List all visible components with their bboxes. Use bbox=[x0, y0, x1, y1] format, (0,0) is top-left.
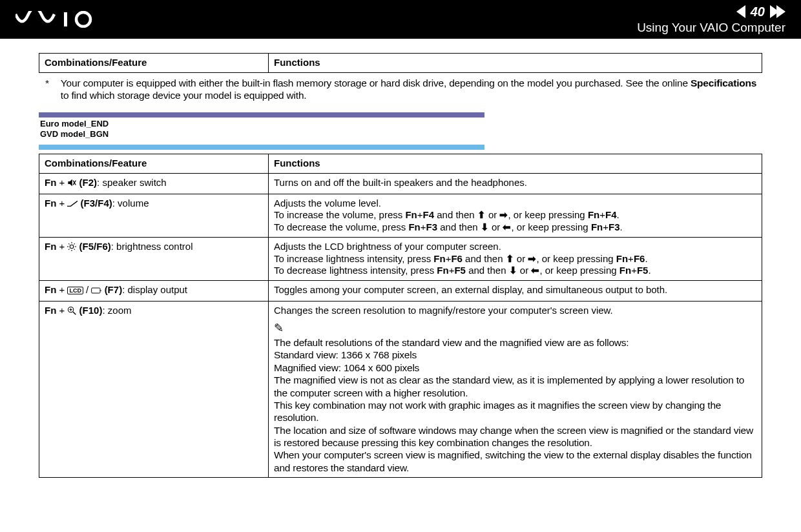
top-table: Combinations/Feature Functions bbox=[39, 53, 762, 73]
zoom-icon bbox=[67, 306, 76, 318]
left-arrow-icon: ⬅ bbox=[531, 265, 539, 276]
svg-rect-0 bbox=[64, 12, 67, 26]
kbd: F3 bbox=[609, 221, 620, 232]
vaio-logo-svg bbox=[16, 11, 99, 28]
func-f10: Changes the screen resolution to magnify… bbox=[269, 301, 762, 477]
kbd: F4 bbox=[423, 209, 435, 220]
func-f5f6: Adjusts the LCD brightness of your compu… bbox=[269, 237, 762, 280]
feature-f7: Fn + LCD / (F7): display output bbox=[39, 281, 269, 302]
kbd-fn: Fn bbox=[45, 198, 56, 209]
footnote-text-b: Specifications bbox=[691, 77, 756, 88]
kbd: F5 bbox=[454, 265, 466, 276]
text: , or keep pressing bbox=[508, 209, 587, 220]
text: + bbox=[421, 221, 426, 232]
text: , or keep pressing bbox=[539, 265, 619, 276]
text: The default resolutions of the standard … bbox=[274, 336, 756, 349]
text: The magnified view is not as clear as th… bbox=[274, 374, 756, 399]
footnote: * Your computer is equipped with either … bbox=[39, 73, 762, 108]
external-display-icon bbox=[91, 285, 101, 298]
label-f5f6: : brightness control bbox=[111, 241, 193, 252]
feature-f3f4: Fn + (F3/F4): volume bbox=[39, 194, 269, 237]
kbd: F4 bbox=[605, 209, 617, 220]
text: To increase lightness intensity, press bbox=[274, 253, 433, 264]
func-f7: Toggles among your computer screen, an e… bbox=[269, 281, 762, 302]
svg-line-12 bbox=[69, 249, 70, 249]
label-f10: : zoom bbox=[102, 305, 131, 316]
kbd: Fn bbox=[588, 209, 599, 220]
brightness-icon bbox=[67, 242, 76, 254]
text: + bbox=[603, 221, 609, 232]
fn-table: Combinations/Feature Functions Fn + (F2)… bbox=[39, 154, 762, 478]
text: and then bbox=[463, 253, 506, 264]
separator-bar-purple bbox=[39, 112, 484, 118]
fn-head-feature: Combinations/Feature bbox=[39, 154, 269, 174]
nav-prev-icon[interactable] bbox=[736, 5, 745, 18]
volume-icon bbox=[67, 199, 78, 211]
label-f7: : display output bbox=[122, 284, 187, 295]
kbd: Fn bbox=[616, 253, 628, 264]
kbd-fn: Fn bbox=[45, 284, 56, 295]
text: To increase the volume, press bbox=[274, 209, 405, 220]
up-arrow-icon: ⬆ bbox=[477, 209, 486, 220]
text: Adjusts the LCD brightness of your compu… bbox=[274, 241, 501, 252]
kbd: F6 bbox=[451, 253, 463, 264]
fn-table-head: Combinations/Feature Functions bbox=[39, 154, 762, 174]
footnote-text-a: Your computer is equipped with either th… bbox=[61, 77, 691, 88]
kbd: F6 bbox=[634, 253, 645, 264]
model-tag: Euro model_END GVD model_BGN bbox=[39, 118, 762, 141]
footnote-text: Your computer is equipped with either th… bbox=[61, 77, 761, 102]
nav-next-icon-2[interactable] bbox=[776, 5, 785, 18]
text: Adjusts the volume level. bbox=[274, 198, 381, 209]
kbd-fn: Fn bbox=[45, 177, 56, 188]
text: The location and size of software window… bbox=[274, 424, 756, 449]
page-content: Combinations/Feature Functions * Your co… bbox=[0, 39, 801, 478]
label-f2: : speaker switch bbox=[97, 177, 167, 188]
page-nav: 40 bbox=[637, 4, 785, 20]
text: . bbox=[648, 265, 650, 276]
kbd-f3f4: (F3/F4) bbox=[81, 198, 112, 209]
text: + bbox=[631, 265, 637, 276]
kbd-f10: (F10) bbox=[79, 305, 103, 316]
table-row: Fn + (F3/F4): volume Adjusts the volume … bbox=[39, 194, 762, 237]
text: Changes the screen resolution to magnify… bbox=[274, 305, 613, 316]
down-arrow-icon: ⬇ bbox=[509, 265, 517, 276]
text: + bbox=[628, 253, 634, 264]
kbd-f2: (F2) bbox=[79, 177, 98, 188]
text: or bbox=[514, 253, 528, 264]
fn-head-functions: Functions bbox=[269, 154, 762, 174]
kbd-f7: (F7) bbox=[105, 284, 123, 295]
text: or bbox=[489, 221, 503, 232]
feature-f2: Fn + (F2): speaker switch bbox=[39, 173, 269, 194]
text: + bbox=[417, 209, 423, 220]
text: , or keep pressing bbox=[511, 221, 590, 232]
section-title: Using Your VAIO Computer bbox=[637, 20, 785, 36]
page-number: 40 bbox=[751, 4, 765, 20]
footnote-marker: * bbox=[45, 77, 49, 102]
table-row: Fn + (F10): zoom Changes the screen reso… bbox=[39, 301, 762, 477]
text: or bbox=[486, 209, 500, 220]
kbd: F5 bbox=[637, 265, 649, 276]
text: and then bbox=[437, 221, 481, 232]
kbd-f5f6: (F5/F6) bbox=[79, 241, 111, 252]
text: or bbox=[517, 265, 532, 276]
func-f2: Turns on and off the built-in speakers a… bbox=[269, 173, 762, 194]
left-arrow-icon: ⬅ bbox=[503, 221, 511, 232]
svg-line-11 bbox=[74, 243, 75, 244]
table-row: Fn + (F5/F6): brightness control Adjusts… bbox=[39, 237, 762, 280]
text: This key combination may not work with g… bbox=[274, 399, 756, 424]
kbd: F3 bbox=[426, 221, 438, 232]
kbd: Fn bbox=[433, 253, 445, 264]
vaio-logo bbox=[16, 10, 99, 29]
right-arrow-icon: ➡ bbox=[499, 209, 508, 220]
kbd-fn: Fn bbox=[45, 305, 56, 316]
svg-line-18 bbox=[74, 312, 76, 314]
note-pencil-icon: ✎ bbox=[274, 321, 756, 336]
model-tag-line2: GVD model_BGN bbox=[40, 129, 109, 139]
separator-bar-blue bbox=[39, 145, 484, 150]
text: When your computer's screen view is magn… bbox=[274, 449, 756, 474]
right-arrow-icon: ➡ bbox=[528, 253, 536, 264]
text: . bbox=[620, 221, 623, 232]
top-table-col2: Functions bbox=[269, 54, 762, 73]
kbd-fn: Fn bbox=[45, 241, 56, 252]
svg-point-4 bbox=[70, 245, 74, 249]
